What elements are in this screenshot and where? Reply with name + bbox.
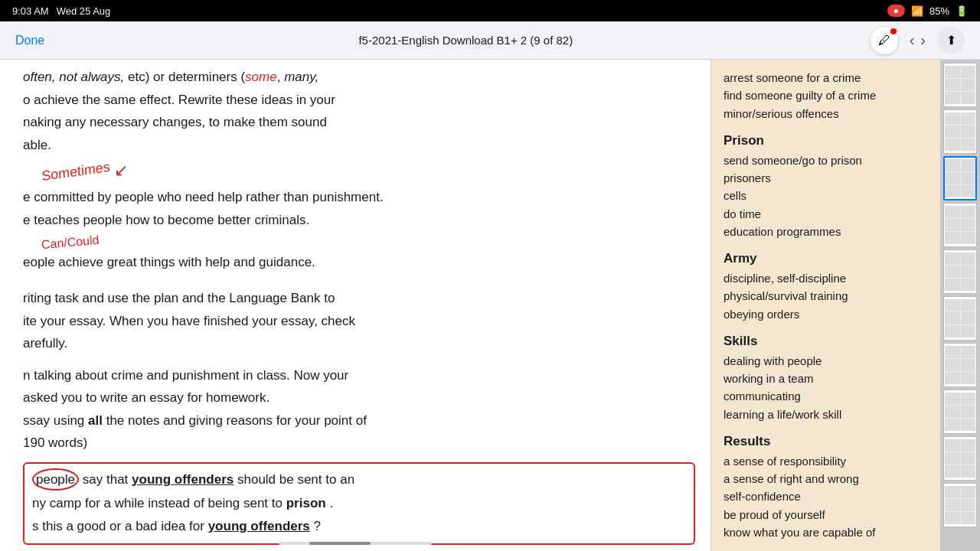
text-line-6: e teaches people how to become better cr… <box>23 210 695 230</box>
circled-people: people <box>32 468 79 491</box>
status-bar: 9:03 AM Wed 25 Aug ● 📶 85% 🔋 <box>0 0 980 21</box>
highlight-line-3: s this a good or a bad idea for young of… <box>32 517 686 536</box>
prison-heading: Prison <box>724 133 928 148</box>
battery-icon: 🔋 <box>956 5 968 17</box>
status-right: ● 📶 85% 🔋 <box>887 5 968 17</box>
hl-text-1: say that <box>83 472 132 487</box>
results-heading: Results <box>724 434 928 449</box>
vocab-item-do-time: do time <box>724 205 928 223</box>
spacer3 <box>23 545 695 551</box>
spacer <box>23 275 695 289</box>
highlight-box: people say that young offenders should b… <box>23 462 695 546</box>
wifi-icon: 📶 <box>911 5 923 17</box>
document-title: f5-2021-English Download B1+ 2 (9 of 82) <box>61 34 871 47</box>
text-span2: , <box>277 70 284 84</box>
scroll-track <box>279 542 432 545</box>
vocab-item-right-wrong: a sense of right and wrong <box>724 470 928 487</box>
vocab-item-communicating: communicating <box>724 387 928 405</box>
thumb-7[interactable] <box>943 343 977 387</box>
arrow-annotation: ↙ <box>114 161 128 180</box>
vocab-item-physical-training: physical/survival training <box>724 287 928 305</box>
thumb-6[interactable] <box>943 296 977 341</box>
pen-tool-button[interactable]: 🖊 <box>871 27 898 54</box>
thumb-4[interactable] <box>943 203 977 247</box>
hl-young-offenders-2: young offenders <box>208 519 310 533</box>
skills-heading: Skills <box>724 334 928 349</box>
army-heading: Army <box>724 251 928 266</box>
text-line-2: o achieve the same effect. Rewrite these… <box>23 90 695 110</box>
vocab-item-self-confidence: self-confidence <box>724 487 928 505</box>
time-display: 9:03 AM <box>12 5 49 17</box>
vocab-item-prisoners: prisoners <box>724 169 928 187</box>
thumb-8[interactable] <box>943 390 977 434</box>
vocab-item-send-prison: send someone/go to prison <box>724 152 928 169</box>
writing-task-line-1: riting task and use the plan and the Lan… <box>23 289 695 308</box>
main-content: often, not always, etc) or determiners (… <box>0 60 980 551</box>
task-intro-4: 190 words) <box>23 433 695 453</box>
highlight-line-2: ny camp for a while instead of being sen… <box>32 494 686 514</box>
task-intro-2: asked you to write an essay for homework… <box>23 388 695 408</box>
date-display: Wed 25 Aug <box>57 5 111 17</box>
thumb-10[interactable] <box>943 483 977 527</box>
share-button[interactable]: ⬆ <box>937 27 965 54</box>
battery-display: 85% <box>929 5 949 17</box>
hl-text-3: ny camp for a while instead of being sen… <box>32 496 286 510</box>
text-line-7: eople achieve great things with help and… <box>23 253 695 272</box>
handwritten-sometimes: Sometimes <box>41 157 111 187</box>
vocab-item-responsibility: a sense of responsibility <box>724 452 928 470</box>
vocab-section-pre: arrest someone for a crime find someone … <box>724 69 928 122</box>
thumbnail-strip <box>940 60 980 551</box>
pen-icon: 🖊 <box>878 34 890 47</box>
thumb-3[interactable] <box>943 156 977 201</box>
handwritten-annotation-2: Can/Could <box>38 233 695 253</box>
vocab-item-team: working in a team <box>724 370 928 387</box>
vocab-item-dealing: dealing with people <box>724 352 928 370</box>
vocab-item-discipline: discipline, self-discipline <box>724 269 928 287</box>
text-line-4: able. <box>23 135 695 155</box>
handwritten-annotation-1: Sometimes ↙ <box>38 158 695 183</box>
thumb-5[interactable] <box>943 249 977 294</box>
vocab-section-army: Army discipline, self-discipline physica… <box>724 251 928 323</box>
thumb-2[interactable] <box>943 109 977 154</box>
status-left: 9:03 AM Wed 25 Aug <box>12 5 110 17</box>
handwritten-can-could: Can/Could <box>41 231 100 254</box>
prev-page-button[interactable]: ‹ <box>907 31 917 49</box>
share-icon: ⬆ <box>946 33 956 47</box>
italic-text: often, not always, <box>23 70 124 84</box>
writing-task-line-2: ite your essay. When you have finished y… <box>23 311 695 331</box>
text-line-5: e committed by people who need help rath… <box>23 187 695 207</box>
nav-arrows: ‹ › <box>907 31 928 49</box>
vocab-item-life-skill: learning a life/work skill <box>724 406 928 423</box>
done-button[interactable]: Done <box>15 34 61 47</box>
record-indicator: ● <box>887 5 905 17</box>
vocab-item-cells: cells <box>724 187 928 204</box>
toolbar-icons: 🖊 ‹ › ⬆ <box>871 27 965 54</box>
vocabulary-panel: arrest someone for a crime find someone … <box>710 60 940 551</box>
text-line-3: naking any necessary changes, to make th… <box>23 112 695 132</box>
vocab-item-capable: know what you are capable of <box>724 523 928 541</box>
vocab-section-results: Results a sense of responsibility a sens… <box>724 434 928 541</box>
thumb-9[interactable] <box>943 436 977 481</box>
toolbar: Done f5-2021-English Download B1+ 2 (9 o… <box>0 21 980 60</box>
hl-text-4: . <box>329 496 333 510</box>
scroll-thumb <box>309 542 371 545</box>
vocab-item-offences: minor/serious offences <box>724 105 928 122</box>
task-intro-3: ssay using all the notes and giving reas… <box>23 411 695 431</box>
text-span: etc) or determiners ( <box>128 70 245 84</box>
thumb-1[interactable] <box>943 63 977 107</box>
left-panel: often, not always, etc) or determiners (… <box>0 60 710 551</box>
spacer2 <box>23 357 695 366</box>
vocab-section-skills: Skills dealing with people working in a … <box>724 334 928 423</box>
highlight-line-1: people say that young offenders should b… <box>32 468 686 491</box>
all-bold: all <box>88 413 103 428</box>
vocab-item-arrest: arrest someone for a crime <box>724 69 928 86</box>
highlighted-some: some <box>245 70 277 84</box>
vocab-item-obeying: obeying orders <box>724 305 928 323</box>
text-many: many, <box>284 70 318 84</box>
text-line-1: often, not always, etc) or determiners (… <box>23 67 695 87</box>
next-page-button[interactable]: › <box>918 31 928 49</box>
hl-text-2: should be sent to an <box>237 472 354 487</box>
hl-prison: prison <box>286 496 326 510</box>
vocab-item-education: education programmes <box>724 223 928 240</box>
task-intro-1: n talking about crime and punishment in … <box>23 366 695 386</box>
